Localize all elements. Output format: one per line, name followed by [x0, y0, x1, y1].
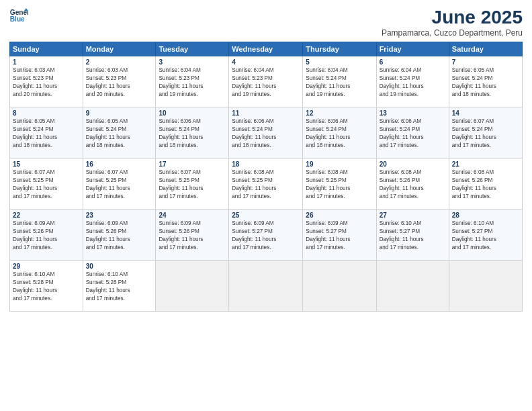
- calendar-cell: 16Sunrise: 6:07 AM Sunset: 5:25 PM Dayli…: [83, 158, 156, 210]
- day-info: Sunrise: 6:08 AM Sunset: 5:25 PM Dayligh…: [232, 169, 300, 201]
- day-info: Sunrise: 6:07 AM Sunset: 5:25 PM Dayligh…: [86, 169, 153, 201]
- header-saturday: Saturday: [449, 42, 522, 56]
- calendar-cell: 20Sunrise: 6:08 AM Sunset: 5:26 PM Dayli…: [376, 158, 449, 210]
- day-number: 23: [86, 212, 153, 219]
- calendar-cell: 21Sunrise: 6:08 AM Sunset: 5:26 PM Dayli…: [449, 158, 522, 210]
- day-info: Sunrise: 6:06 AM Sunset: 5:24 PM Dayligh…: [380, 118, 446, 150]
- day-info: Sunrise: 6:04 AM Sunset: 5:23 PM Dayligh…: [232, 66, 300, 99]
- day-number: 6: [380, 58, 446, 66]
- header-sunday: Sunday: [10, 42, 83, 56]
- calendar-cell: [229, 261, 303, 312]
- calendar-cell: 7Sunrise: 6:05 AM Sunset: 5:24 PM Daylig…: [449, 56, 522, 107]
- header-friday: Friday: [376, 42, 449, 56]
- day-number: 30: [86, 263, 153, 270]
- day-info: Sunrise: 6:03 AM Sunset: 5:23 PM Dayligh…: [13, 66, 80, 99]
- calendar-cell: 14Sunrise: 6:07 AM Sunset: 5:24 PM Dayli…: [449, 107, 522, 158]
- day-number: 26: [306, 212, 373, 219]
- location: Pampamarca, Cuzco Department, Peru: [382, 28, 523, 38]
- day-number: 20: [380, 161, 446, 168]
- day-number: 2: [86, 58, 153, 66]
- calendar-cell: 19Sunrise: 6:08 AM Sunset: 5:25 PM Dayli…: [303, 158, 376, 210]
- calendar-cell: 4Sunrise: 6:04 AM Sunset: 5:23 PM Daylig…: [229, 56, 303, 107]
- day-number: 17: [159, 161, 226, 168]
- header-thursday: Thursday: [303, 42, 376, 56]
- calendar-cell: 23Sunrise: 6:09 AM Sunset: 5:26 PM Dayli…: [83, 210, 156, 261]
- calendar-cell: [449, 261, 522, 312]
- day-number: 8: [13, 109, 80, 117]
- day-info: Sunrise: 6:08 AM Sunset: 5:25 PM Dayligh…: [306, 169, 373, 201]
- calendar-cell: 22Sunrise: 6:09 AM Sunset: 5:26 PM Dayli…: [10, 210, 83, 261]
- calendar-row: 1Sunrise: 6:03 AM Sunset: 5:23 PM Daylig…: [10, 56, 523, 107]
- svg-text:Blue: Blue: [10, 15, 25, 23]
- calendar-cell: 30Sunrise: 6:10 AM Sunset: 5:28 PM Dayli…: [83, 261, 156, 312]
- calendar-cell: 3Sunrise: 6:04 AM Sunset: 5:23 PM Daylig…: [156, 56, 229, 107]
- calendar-cell: 28Sunrise: 6:10 AM Sunset: 5:27 PM Dayli…: [449, 210, 522, 261]
- day-number: 19: [306, 161, 373, 168]
- calendar-cell: 13Sunrise: 6:06 AM Sunset: 5:24 PM Dayli…: [376, 107, 449, 158]
- day-info: Sunrise: 6:09 AM Sunset: 5:27 PM Dayligh…: [306, 220, 373, 252]
- day-info: Sunrise: 6:08 AM Sunset: 5:26 PM Dayligh…: [380, 169, 446, 201]
- calendar-cell: 5Sunrise: 6:04 AM Sunset: 5:24 PM Daylig…: [303, 56, 376, 107]
- day-info: Sunrise: 6:05 AM Sunset: 5:24 PM Dayligh…: [13, 118, 80, 150]
- day-number: 3: [159, 58, 226, 66]
- day-info: Sunrise: 6:05 AM Sunset: 5:24 PM Dayligh…: [452, 66, 519, 99]
- day-info: Sunrise: 6:10 AM Sunset: 5:28 PM Dayligh…: [86, 271, 153, 303]
- calendar-cell: 27Sunrise: 6:10 AM Sunset: 5:27 PM Dayli…: [376, 210, 449, 261]
- day-number: 7: [452, 58, 519, 66]
- day-info: Sunrise: 6:04 AM Sunset: 5:23 PM Dayligh…: [159, 66, 226, 99]
- calendar-row: 22Sunrise: 6:09 AM Sunset: 5:26 PM Dayli…: [10, 210, 523, 261]
- day-info: Sunrise: 6:09 AM Sunset: 5:26 PM Dayligh…: [159, 220, 226, 252]
- calendar-cell: 10Sunrise: 6:06 AM Sunset: 5:24 PM Dayli…: [156, 107, 229, 158]
- logo-icon: General Blue: [9, 7, 28, 26]
- day-info: Sunrise: 6:05 AM Sunset: 5:24 PM Dayligh…: [86, 118, 153, 150]
- calendar-cell: 9Sunrise: 6:05 AM Sunset: 5:24 PM Daylig…: [83, 107, 156, 158]
- day-info: Sunrise: 6:03 AM Sunset: 5:23 PM Dayligh…: [86, 66, 153, 99]
- day-info: Sunrise: 6:10 AM Sunset: 5:28 PM Dayligh…: [13, 271, 80, 303]
- calendar-cell: [156, 261, 229, 312]
- calendar-cell: 26Sunrise: 6:09 AM Sunset: 5:27 PM Dayli…: [303, 210, 376, 261]
- calendar-cell: 15Sunrise: 6:07 AM Sunset: 5:25 PM Dayli…: [10, 158, 83, 210]
- day-info: Sunrise: 6:08 AM Sunset: 5:26 PM Dayligh…: [452, 169, 519, 201]
- calendar-row: 29Sunrise: 6:10 AM Sunset: 5:28 PM Dayli…: [10, 261, 523, 312]
- day-info: Sunrise: 6:04 AM Sunset: 5:24 PM Dayligh…: [306, 66, 373, 99]
- day-info: Sunrise: 6:10 AM Sunset: 5:27 PM Dayligh…: [452, 220, 519, 252]
- header: General Blue June 2025 Pampamarca, Cuzco…: [9, 7, 523, 38]
- calendar-header-row: Sunday Monday Tuesday Wednesday Thursday…: [10, 42, 523, 56]
- day-number: 21: [452, 161, 519, 168]
- day-number: 13: [380, 109, 446, 117]
- calendar-row: 15Sunrise: 6:07 AM Sunset: 5:25 PM Dayli…: [10, 158, 523, 210]
- day-info: Sunrise: 6:06 AM Sunset: 5:24 PM Dayligh…: [232, 118, 300, 150]
- day-number: 4: [232, 58, 300, 66]
- day-info: Sunrise: 6:07 AM Sunset: 5:25 PM Dayligh…: [13, 169, 80, 201]
- calendar-cell: 8Sunrise: 6:05 AM Sunset: 5:24 PM Daylig…: [10, 107, 83, 158]
- day-number: 11: [232, 109, 300, 117]
- calendar-cell: [376, 261, 449, 312]
- day-number: 22: [13, 212, 80, 219]
- day-info: Sunrise: 6:07 AM Sunset: 5:24 PM Dayligh…: [452, 118, 519, 150]
- calendar-cell: 11Sunrise: 6:06 AM Sunset: 5:24 PM Dayli…: [229, 107, 303, 158]
- calendar-cell: 2Sunrise: 6:03 AM Sunset: 5:23 PM Daylig…: [83, 56, 156, 107]
- calendar-cell: 18Sunrise: 6:08 AM Sunset: 5:25 PM Dayli…: [229, 158, 303, 210]
- calendar-cell: 29Sunrise: 6:10 AM Sunset: 5:28 PM Dayli…: [10, 261, 83, 312]
- day-info: Sunrise: 6:10 AM Sunset: 5:27 PM Dayligh…: [380, 220, 446, 252]
- day-number: 10: [159, 109, 226, 117]
- day-number: 14: [452, 109, 519, 117]
- header-tuesday: Tuesday: [156, 42, 229, 56]
- header-monday: Monday: [83, 42, 156, 56]
- day-number: 9: [86, 109, 153, 117]
- day-number: 12: [306, 109, 373, 117]
- day-info: Sunrise: 6:09 AM Sunset: 5:26 PM Dayligh…: [13, 220, 80, 252]
- calendar-table: Sunday Monday Tuesday Wednesday Thursday…: [9, 42, 523, 312]
- day-info: Sunrise: 6:06 AM Sunset: 5:24 PM Dayligh…: [306, 118, 373, 150]
- day-info: Sunrise: 6:06 AM Sunset: 5:24 PM Dayligh…: [159, 118, 226, 150]
- logo: General Blue: [9, 7, 28, 26]
- day-number: 27: [380, 212, 446, 219]
- page: General Blue June 2025 Pampamarca, Cuzco…: [0, 0, 532, 411]
- calendar-cell: [303, 261, 376, 312]
- day-number: 1: [13, 58, 80, 66]
- day-info: Sunrise: 6:09 AM Sunset: 5:26 PM Dayligh…: [86, 220, 153, 252]
- title-block: June 2025 Pampamarca, Cuzco Department, …: [382, 7, 523, 38]
- day-info: Sunrise: 6:09 AM Sunset: 5:27 PM Dayligh…: [232, 220, 300, 252]
- day-info: Sunrise: 6:07 AM Sunset: 5:25 PM Dayligh…: [159, 169, 226, 201]
- day-number: 5: [306, 58, 373, 66]
